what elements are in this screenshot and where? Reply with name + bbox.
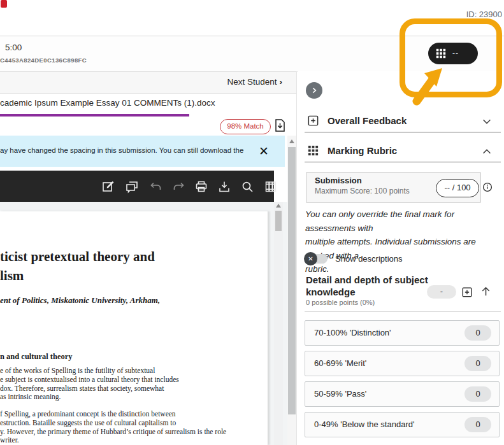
overall-feedback-header[interactable]: Overall Feedback xyxy=(328,115,407,126)
rubric-grid-icon xyxy=(307,145,319,159)
chevron-right-icon: › xyxy=(280,77,283,87)
info-icon[interactable] xyxy=(482,182,493,195)
document-toolbar xyxy=(0,171,274,202)
toggle-knob-off-icon[interactable]: ✕ xyxy=(304,252,317,265)
print-icon[interactable] xyxy=(194,180,208,194)
essay-title: ticist pretextual theory andlism xyxy=(0,247,155,285)
download-icon[interactable] xyxy=(217,180,231,194)
rubric-level-merit[interactable]: 60-69% 'Merit' 0 xyxy=(305,351,500,376)
level-points-pill: 0 xyxy=(464,417,491,432)
marking-rubric-header[interactable]: Marking Rubric xyxy=(328,145,397,156)
add-feedback-icon[interactable] xyxy=(461,286,473,300)
similarity-match-badge[interactable]: 98% Match xyxy=(220,119,271,134)
rubric-level-distinction[interactable]: 70-100% 'Distinction' 0 xyxy=(305,320,500,346)
submission-hash: C4453A824DE0C136C898FC xyxy=(0,57,87,64)
essay-paragraph: e of the works of Spelling is the futili… xyxy=(0,367,179,402)
level-label: 0-49% 'Below the standard' xyxy=(314,420,414,429)
download-document-icon[interactable] xyxy=(274,118,286,135)
undo-icon[interactable] xyxy=(148,180,162,194)
next-student-button[interactable]: Next Student› xyxy=(227,77,282,87)
pill-score-value: -- xyxy=(452,49,459,58)
criterion-points: 0 possible points (0%) xyxy=(306,299,375,306)
submission-title: Submission xyxy=(315,176,362,185)
level-label: 50-59% 'Pass' xyxy=(314,389,366,399)
override-note: You can only override the final mark for… xyxy=(305,208,504,276)
section-divider xyxy=(305,132,501,132)
scroll-up-icon[interactable] xyxy=(289,139,294,143)
document-scrollbar-thumb[interactable] xyxy=(275,211,282,231)
collapse-criterion-arrow-icon[interactable] xyxy=(480,285,492,300)
level-label: 70-100% 'Distinction' xyxy=(314,328,391,337)
grading-page: ID: 23900 5:00 C4453A824DE0C136C898FC Ne… xyxy=(0,0,504,445)
chevron-right-icon xyxy=(310,87,318,94)
content-library-icon[interactable] xyxy=(264,180,278,194)
next-student-label: Next Student xyxy=(227,77,277,87)
essay-section-heading: n and cultural theory xyxy=(0,352,73,362)
essay-paragraph: f Spelling, a predominant concept is the… xyxy=(0,410,226,445)
rubric-level-below-standard[interactable]: 0-49% 'Below the standard' 0 xyxy=(305,412,500,437)
rubric-grid-icon xyxy=(435,48,447,59)
banner-text: ay have changed the spacing in this subm… xyxy=(0,146,243,154)
active-tab-underline xyxy=(0,114,189,117)
max-score-label: Maximum Score: 100 points xyxy=(315,187,410,195)
level-points-pill: 0 xyxy=(464,386,491,402)
scroll-up-icon[interactable] xyxy=(276,204,281,208)
panel-divider xyxy=(296,71,297,445)
essay-author-line: ent of Politics, Miskatonic University, … xyxy=(0,295,160,306)
rubric-level-pass[interactable]: 50-59% 'Pass' 0 xyxy=(305,381,500,407)
rubric-score-pill-button[interactable]: -- xyxy=(428,43,478,64)
criterion-title: Detail and depth of subject knowledge xyxy=(306,274,428,298)
level-points-pill: 0 xyxy=(464,325,491,341)
section-divider xyxy=(305,162,501,162)
document-tab[interactable]: cademic Ipsum Example Essay 01 COMMENTs … xyxy=(0,98,215,108)
close-icon[interactable]: ✕ xyxy=(259,145,269,157)
redo-icon[interactable] xyxy=(172,180,186,194)
annotate-icon[interactable] xyxy=(101,180,115,194)
show-descriptions-label: Show descriptions xyxy=(335,254,403,264)
chevron-down-icon[interactable] xyxy=(481,116,493,130)
criterion-score-pill[interactable]: - xyxy=(427,285,456,299)
level-points-pill: 0 xyxy=(464,356,491,371)
red-corner-mark xyxy=(1,0,7,8)
student-id-label: ID: 23900 xyxy=(466,10,502,19)
criterion-divider xyxy=(305,311,501,312)
comments-icon[interactable] xyxy=(125,180,139,194)
timer-value: 5:00 xyxy=(5,43,22,52)
feedback-plus-icon xyxy=(307,115,319,129)
panel-scrollbar-thumb[interactable] xyxy=(288,147,296,414)
search-icon[interactable] xyxy=(240,180,254,194)
level-label: 60-69% 'Merit' xyxy=(314,358,366,368)
callout-arrow-icon xyxy=(401,59,459,113)
chevron-up-icon[interactable] xyxy=(481,146,493,160)
collapse-panel-button[interactable] xyxy=(306,82,322,99)
score-override-pill[interactable]: -- / 100 xyxy=(436,179,479,197)
document-scrollbar-track[interactable] xyxy=(274,202,283,445)
